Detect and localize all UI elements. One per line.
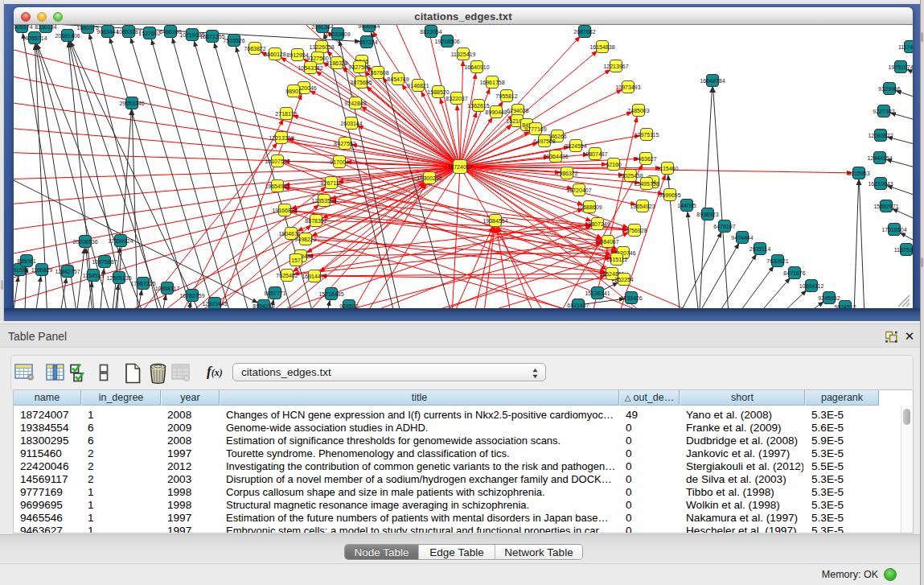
network-node[interactable]: 16107553 xyxy=(265,155,290,167)
network-edge[interactable] xyxy=(14,276,18,308)
network-edge[interactable] xyxy=(56,278,67,308)
network-node[interactable]: 7515526 xyxy=(223,35,244,47)
network-edge[interactable] xyxy=(306,226,591,308)
network-node[interactable]: 9329966 xyxy=(878,83,900,95)
network-node[interactable]: 12505135 xyxy=(106,272,131,284)
network-node[interactable]: 6821437 xyxy=(567,299,589,309)
table-row[interactable]: 911546021997Tourette syndrome. Phenomeno… xyxy=(14,447,879,460)
column-header-title[interactable]: title xyxy=(220,390,619,406)
network-node[interactable]: 16033809 xyxy=(325,28,350,40)
network-node[interactable]: 3824554 xyxy=(565,140,586,152)
network-edge[interactable] xyxy=(887,137,913,149)
table-row[interactable]: 946554611997Estimation of the future num… xyxy=(14,512,879,525)
network-edge[interactable] xyxy=(496,227,515,308)
table-settings-icon[interactable] xyxy=(14,363,36,383)
network-node[interactable]: 1733426 xyxy=(620,292,642,304)
network-node[interactable]: 10025438 xyxy=(618,170,643,182)
network-edge[interactable] xyxy=(688,212,701,308)
table-vertical-scrollbar[interactable] xyxy=(901,406,912,533)
table-row[interactable]: 1938455462009Genome-wide association stu… xyxy=(14,422,879,435)
network-node[interactable]: 9857771 xyxy=(264,287,285,299)
network-node[interactable]: 144095 xyxy=(677,200,696,212)
network-node[interactable]: 7632621 xyxy=(766,255,788,267)
function-builder-icon[interactable]: f(x) xyxy=(207,364,223,380)
show-column-icon[interactable] xyxy=(46,363,65,382)
network-node[interactable]: 19166825 xyxy=(272,204,297,216)
network-edge[interactable] xyxy=(685,243,739,308)
network-edge[interactable] xyxy=(322,300,330,308)
network-edge[interactable] xyxy=(907,69,913,80)
network-node[interactable]: 9606544 xyxy=(358,25,380,32)
network-node[interactable]: 9115460 xyxy=(657,163,679,175)
table-row[interactable]: 969969511998Structural magnetic resonanc… xyxy=(14,499,879,512)
memory-status-indicator[interactable] xyxy=(884,568,897,581)
network-node[interactable]: 9227342 xyxy=(873,105,894,117)
new-document-icon[interactable] xyxy=(124,363,142,384)
network-node[interactable]: 10958117 xyxy=(155,282,180,295)
network-node[interactable]: 8813054 xyxy=(420,26,441,38)
network-edge[interactable] xyxy=(912,253,913,267)
network-node[interactable]: 2935114 xyxy=(749,243,771,255)
float-panel-icon[interactable] xyxy=(885,331,897,343)
network-edge[interactable] xyxy=(896,91,913,103)
network-node[interactable]: 17016504 xyxy=(881,224,906,236)
network-node[interactable]: 10807487 xyxy=(582,148,607,160)
network-edge[interactable] xyxy=(774,302,823,308)
network-node[interactable]: 6479197 xyxy=(713,220,735,233)
network-node[interactable]: 12975115 xyxy=(634,129,659,141)
network-node[interactable]: 11675319 xyxy=(894,244,913,256)
network-edge[interactable] xyxy=(713,87,730,308)
right-split-handle-lower[interactable] xyxy=(921,257,923,267)
network-node[interactable]: 8938923 xyxy=(696,208,718,220)
network-node[interactable]: 8954213 xyxy=(253,300,274,309)
network-node[interactable]: 8267110 xyxy=(321,177,343,189)
network-edge[interactable] xyxy=(74,248,84,308)
network-edge[interactable] xyxy=(331,183,610,257)
column-header-short[interactable]: short xyxy=(680,390,805,406)
network-edge[interactable] xyxy=(756,290,807,308)
network-node[interactable]: 16640910 xyxy=(464,61,489,73)
network-edge[interactable] xyxy=(324,200,606,272)
scrollbar-thumb[interactable] xyxy=(903,409,910,425)
table-row[interactable]: 1830029562008Estimation of significance … xyxy=(14,435,879,447)
network-node[interactable]: 20691406 xyxy=(55,30,80,42)
network-node[interactable]: 2718176 xyxy=(275,108,297,120)
table-select-dropdown[interactable]: citations_edges.txt xyxy=(232,363,546,381)
network-node[interactable]: 8878352 xyxy=(305,215,326,227)
table-row[interactable]: 1872400712008Changes of HCN gene express… xyxy=(14,409,879,422)
network-node[interactable]: 11174653 xyxy=(898,41,913,53)
network-edge[interactable] xyxy=(887,186,913,201)
network-node[interactable]: 13226058 xyxy=(309,41,334,53)
network-node[interactable]: 7955812 xyxy=(495,90,517,102)
network-edge[interactable] xyxy=(169,120,283,308)
network-node[interactable]: 11325419 xyxy=(451,48,476,60)
network-node[interactable]: 917004 xyxy=(330,156,348,168)
network-node[interactable]: 9699695 xyxy=(659,189,680,201)
column-header-out_de[interactable]: △out_de… xyxy=(619,390,680,406)
network-node[interactable]: 16961758 xyxy=(479,76,504,89)
column-header-pagerank[interactable]: pagerank xyxy=(805,390,879,406)
network-node[interactable]: 15716485 xyxy=(318,288,343,300)
select-rows-icon[interactable] xyxy=(69,363,88,382)
delete-table-icon[interactable] xyxy=(171,363,191,382)
network-node[interactable]: 62160 xyxy=(606,159,622,171)
network-node[interactable]: 1005574 xyxy=(14,25,33,33)
network-edge[interactable] xyxy=(859,179,865,308)
trash-icon[interactable] xyxy=(148,363,168,384)
network-edge[interactable] xyxy=(667,233,721,308)
network-node[interactable]: 20206536 xyxy=(72,236,97,248)
network-node[interactable]: 7857224 xyxy=(355,36,377,48)
network-node[interactable]: 6466160 xyxy=(159,26,181,38)
network-edge[interactable] xyxy=(721,266,774,308)
network-node[interactable]: 19218506 xyxy=(434,35,459,47)
network-node[interactable]: 19654923 xyxy=(630,200,655,212)
network-node[interactable]: 8215953 xyxy=(848,167,869,179)
network-node[interactable]: 16154838 xyxy=(589,41,614,53)
network-node[interactable]: 12942757 xyxy=(55,266,80,278)
network-node[interactable]: 10688609 xyxy=(577,201,602,213)
network-edge[interactable] xyxy=(32,276,41,308)
network-edge[interactable] xyxy=(890,113,913,125)
network-node[interactable]: 9824512 xyxy=(834,301,856,309)
network-node[interactable]: 8660128 xyxy=(264,48,285,60)
network-node[interactable]: 3875685 xyxy=(350,76,372,89)
